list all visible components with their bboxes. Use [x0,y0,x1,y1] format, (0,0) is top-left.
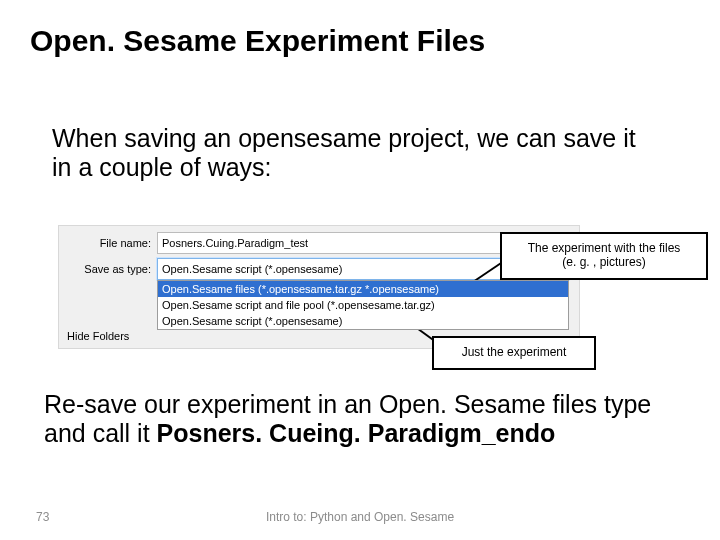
type-option[interactable]: Open.Sesame files (*.opensesame.tar.gz *… [158,281,568,297]
callout-text: The experiment with the files [528,241,681,255]
slide-title: Open. Sesame Experiment Files [30,24,485,58]
callout-text: (e. g. , pictures) [562,255,645,269]
filename-label: File name: [65,237,157,249]
body-text-2: Re-save our experiment in an Open. Sesam… [44,390,684,448]
slide-footer: Intro to: Python and Open. Sesame [0,510,720,524]
body-text-1: When saving an opensesame project, we ca… [52,124,652,182]
body2-bold: Posners. Cueing. Paradigm_endo [157,419,556,447]
type-selected-text: Open.Sesame script (*.opensesame) [162,263,342,275]
hide-folders-link[interactable]: Hide Folders [67,330,129,342]
callout-files: The experiment with the files (e. g. , p… [500,232,708,280]
type-dropdown: Open.Sesame files (*.opensesame.tar.gz *… [157,280,569,330]
type-label: Save as type: [65,263,157,275]
callout-script: Just the experiment [432,336,596,370]
type-option[interactable]: Open.Sesame script and file pool (*.open… [158,297,568,313]
type-option[interactable]: Open.Sesame script (*.opensesame) [158,313,568,329]
slide: Open. Sesame Experiment Files When savin… [0,0,720,540]
callout-text: Just the experiment [462,346,567,360]
